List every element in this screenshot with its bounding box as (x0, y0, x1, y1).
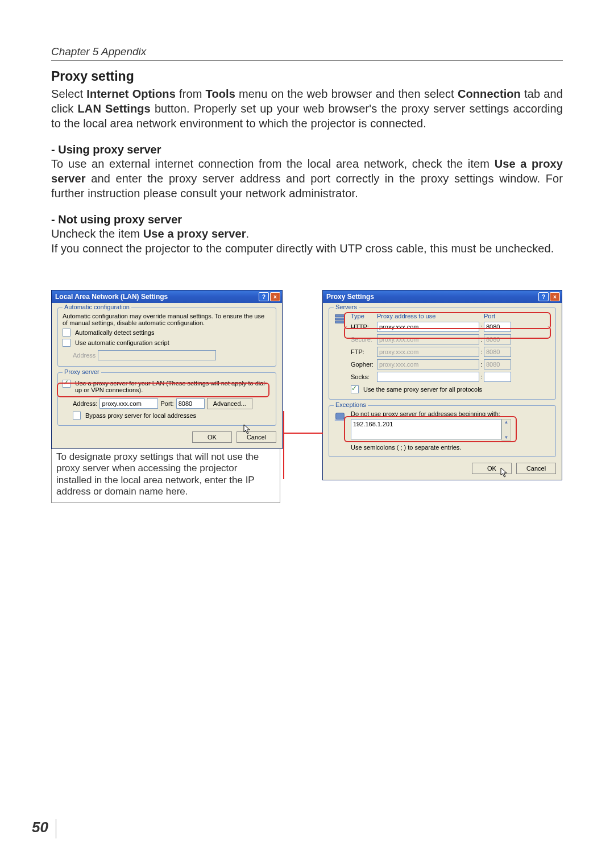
scrollbar[interactable]: ▲▼ (501, 419, 511, 441)
title-buttons: ? × (538, 292, 560, 301)
head-addr: Proxy address to use (377, 313, 479, 319)
page-number-bar (56, 819, 56, 838)
row-addr (377, 347, 479, 357)
chapter-title: Chapter 5 Appendix (51, 45, 563, 61)
row-addr[interactable] (377, 372, 479, 382)
svg-rect-2 (335, 321, 345, 323)
t: Connection (458, 88, 521, 100)
t: Uncheck the item (51, 227, 143, 240)
row-label: Socks: (351, 373, 377, 380)
row-label: HTTP: (351, 323, 377, 330)
checkbox-auto-detect[interactable] (63, 329, 70, 337)
sep: : (479, 323, 484, 330)
t: Select (51, 88, 86, 100)
close-icon[interactable]: × (550, 292, 560, 301)
proxy-body: Servers Type Proxy address to use Port H… (323, 303, 562, 480)
row-port (484, 347, 511, 357)
row-port (484, 334, 511, 344)
subhead-using: - Using proxy server (51, 143, 563, 156)
proxy-table: Type Proxy address to use Port HTTP: : S… (351, 313, 510, 382)
lbl-use-proxy: Use a proxy server for your LAN (These s… (75, 380, 271, 393)
notusing-line1: Uncheck the item Use a proxy server. (51, 226, 563, 241)
exceptions-input[interactable]: 192.168.1.201 (351, 419, 501, 439)
checkbox-auto-script[interactable] (63, 339, 70, 347)
checkbox-bypass-local[interactable] (73, 412, 81, 420)
group-servers: Servers Type Proxy address to use Port H… (329, 308, 556, 400)
row-port[interactable] (484, 372, 511, 382)
group-proxy-server: Proxy server Use a proxy server for your… (57, 372, 276, 426)
lbl-auto-script: Use automatic configuration script (75, 339, 169, 346)
lbl-bypass-local: Bypass proxy server for local addresses (85, 412, 196, 419)
cancel-button[interactable]: Cancel (516, 463, 556, 474)
group-exceptions: Exceptions Do not use proxy server for a… (329, 405, 556, 457)
t: LAN Settings (78, 102, 151, 115)
lan-buttons: OK Cancel (57, 431, 276, 443)
title-buttons: ? × (259, 292, 280, 301)
input-proxy-port[interactable] (176, 398, 205, 409)
footnote: To designate proxy settings that will no… (51, 449, 280, 503)
t: To use an external internet connection f… (51, 157, 495, 170)
t: . (246, 227, 250, 240)
gb-legend: Automatic configuration (63, 304, 131, 310)
exceptions-desc: Do not use proxy server for addresses be… (351, 410, 551, 417)
row-addr (377, 359, 479, 369)
callout-connector (283, 411, 284, 479)
lan-titlebar: Local Area Network (LAN) Settings ? × (52, 290, 282, 303)
t: Tools (206, 88, 235, 100)
callout-connector (283, 433, 323, 434)
svg-rect-4 (335, 420, 345, 421)
exceptions-hint: Use semicolons ( ; ) to separate entries… (351, 444, 551, 451)
gb-legend: Servers (334, 304, 359, 310)
sep: : (479, 348, 484, 355)
ok-button[interactable]: OK (472, 463, 512, 474)
section-title: Proxy setting (51, 69, 563, 84)
ok-button[interactable]: OK (192, 431, 232, 443)
head-port: Port (484, 313, 510, 319)
close-icon[interactable]: × (270, 292, 280, 301)
row-port (484, 359, 511, 369)
dialogs-row: Local Area Network (LAN) Settings ? × Au… (51, 290, 563, 503)
sep: : (479, 373, 484, 380)
row-addr (377, 334, 479, 344)
lan-dialog-title: Local Area Network (LAN) Settings (55, 293, 168, 301)
row-label: Secure: (351, 336, 377, 343)
servers-icon (334, 313, 346, 325)
input-script-address (98, 350, 216, 360)
checkbox-use-proxy[interactable] (63, 380, 70, 388)
exceptions-icon (334, 410, 346, 423)
lbl-port: Port: (160, 400, 173, 407)
lbl-auto-detect: Automatically detect settings (75, 329, 154, 336)
t: from (176, 88, 206, 100)
head-type: Type (351, 313, 377, 319)
advanced-button[interactable]: Advanced... (207, 398, 252, 409)
row-port[interactable] (484, 322, 511, 332)
help-icon[interactable]: ? (538, 292, 549, 301)
svg-rect-3 (336, 413, 345, 420)
row-label: Gopher: (351, 361, 377, 368)
lan-settings-dialog: Local Area Network (LAN) Settings ? × Au… (51, 290, 283, 449)
section-intro: Select Internet Options from Tools menu … (51, 86, 563, 131)
help-icon[interactable]: ? (259, 292, 269, 301)
svg-rect-0 (335, 315, 345, 317)
lan-column: Local Area Network (LAN) Settings ? × Au… (51, 290, 283, 503)
document-page: Chapter 5 Appendix Proxy setting Select … (0, 0, 614, 868)
group-automatic-configuration: Automatic configuration Automatic config… (57, 308, 276, 367)
sep: : (479, 336, 484, 343)
row-addr[interactable] (377, 322, 479, 332)
t: menu on the web browser and then select (235, 88, 458, 100)
subhead-notusing: - Not using proxy server (51, 213, 563, 226)
sep: : (479, 361, 484, 368)
t: and enter the proxy server address and p… (51, 172, 563, 200)
checkbox-same-proxy[interactable] (351, 385, 359, 393)
gb-legend: Proxy server (63, 368, 101, 375)
cancel-button[interactable]: Cancel (237, 431, 276, 443)
autoconf-desc: Automatic configuration may override man… (63, 313, 271, 326)
proxy-buttons: OK Cancel (329, 463, 556, 474)
proxy-settings-dialog: Proxy Settings ? × Servers Type Proxy ad… (322, 290, 562, 480)
row-label: FTP: (351, 348, 377, 355)
page-number: 50 (32, 819, 48, 836)
proxy-dialog-title: Proxy Settings (326, 293, 374, 301)
input-proxy-address[interactable] (99, 398, 158, 409)
using-text: To use an external internet connection f… (51, 156, 563, 201)
lan-body: Automatic configuration Automatic config… (52, 303, 282, 448)
